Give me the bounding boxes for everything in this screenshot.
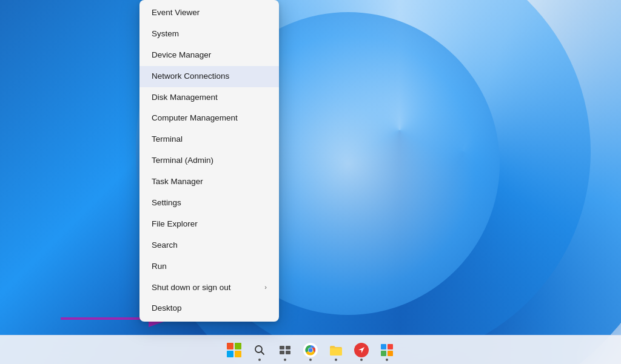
menu-item-device-manager[interactable]: Device Manager (139, 45, 279, 66)
menu-item-event-viewer[interactable]: Event Viewer (139, 2, 279, 24)
menu-item-terminal-admin[interactable]: Terminal (Admin) (139, 150, 279, 171)
svg-rect-14 (388, 351, 393, 356)
svg-rect-6 (280, 351, 284, 354)
folder-icon (329, 343, 343, 357)
menu-item-task-manager[interactable]: Task Manager (139, 171, 279, 193)
taskbar-icon-start[interactable] (222, 338, 246, 362)
menu-item-system[interactable]: System (139, 24, 279, 45)
menu-item-settings[interactable]: Settings (139, 193, 279, 214)
windows-logo-icon (227, 343, 241, 357)
search-icon (253, 344, 266, 356)
menu-item-desktop[interactable]: Desktop (139, 298, 279, 319)
svg-rect-13 (381, 351, 386, 356)
menu-item-shut-down[interactable]: Shut down or sign out › (139, 277, 279, 299)
taskbar-icon-taskview[interactable] (273, 338, 297, 362)
context-menu: Event Viewer System Device Manager Netwo… (139, 0, 279, 322)
chrome-icon (303, 343, 318, 357)
menu-item-network-connections[interactable]: Network Connections (139, 66, 279, 87)
svg-rect-7 (286, 351, 290, 354)
taskbar-icon-file-explorer[interactable] (324, 338, 348, 362)
taskbar-dot (309, 359, 312, 361)
menu-item-terminal[interactable]: Terminal (139, 129, 279, 150)
taskbar-icon-cast[interactable] (349, 338, 374, 362)
menu-item-run[interactable]: Run (139, 256, 279, 277)
taskbar (0, 335, 621, 364)
menu-item-search[interactable]: Search (139, 235, 279, 256)
taskbar-dot (360, 359, 363, 361)
menu-item-disk-management[interactable]: Disk Management (139, 87, 279, 108)
taskbar-icon-chrome[interactable] (298, 338, 323, 362)
taskbar-dot (284, 359, 286, 361)
taskbar-icon-search[interactable] (247, 338, 272, 362)
control-panel-icon (380, 343, 394, 357)
svg-point-10 (309, 348, 313, 352)
menu-item-file-explorer[interactable]: File Explorer (139, 214, 279, 235)
taskbar-dot (335, 359, 337, 361)
taskview-icon (278, 343, 292, 357)
desktop: Event Viewer System Device Manager Netwo… (0, 0, 621, 364)
taskbar-dot (386, 359, 388, 361)
svg-rect-4 (280, 346, 284, 349)
taskbar-icon-control-panel[interactable] (375, 338, 399, 362)
cast-icon (354, 343, 369, 357)
taskbar-dot (258, 359, 261, 361)
taskbar-icons (222, 338, 399, 362)
svg-line-3 (261, 351, 264, 354)
chevron-right-icon: › (264, 283, 267, 292)
svg-rect-12 (388, 344, 393, 349)
svg-rect-11 (381, 344, 386, 349)
svg-rect-5 (286, 346, 290, 349)
menu-item-computer-management[interactable]: Computer Management (139, 108, 279, 129)
